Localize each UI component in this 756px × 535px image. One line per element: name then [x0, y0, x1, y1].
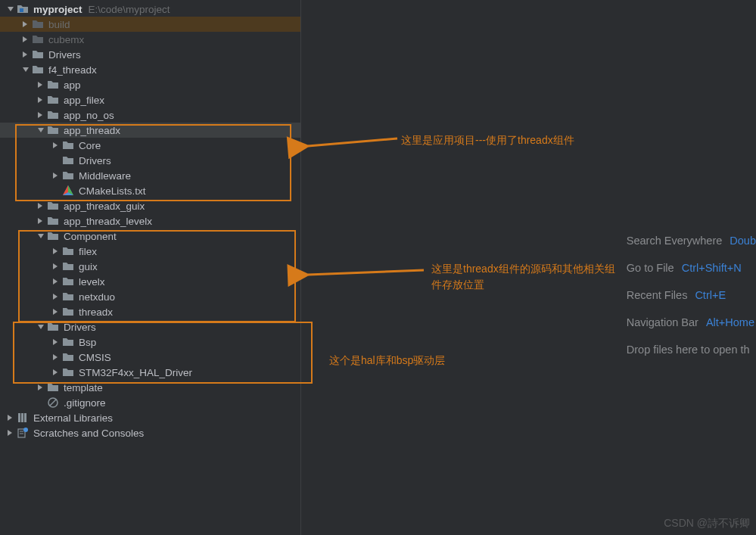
chevron-right-icon[interactable] — [5, 412, 17, 424]
tree-item-drivers[interactable]: Drivers — [0, 47, 300, 62]
item-label: CMSIS — [79, 352, 111, 363]
item-label: app_threadx — [64, 125, 120, 136]
chevron-right-icon[interactable] — [35, 79, 47, 91]
chevron-down-icon[interactable] — [5, 3, 17, 15]
chevron-down-icon[interactable] — [35, 230, 47, 242]
folder-icon — [47, 124, 59, 136]
folder-icon — [62, 291, 74, 303]
tree-item-filex[interactable]: filex — [0, 244, 300, 259]
chevron-right-icon[interactable] — [5, 427, 17, 439]
folder-icon — [62, 139, 74, 151]
tree-item-drivers2[interactable]: Drivers — [0, 153, 300, 168]
tree-item-bsp[interactable]: Bsp — [0, 334, 300, 350]
tree-item-app-threadx-levelx[interactable]: app_threadx_levelx — [0, 213, 300, 229]
chevron-right-icon[interactable] — [35, 200, 47, 212]
tree-item-external-libraries[interactable]: External Libraries — [0, 410, 300, 425]
item-label: Middleware — [79, 170, 131, 182]
chevron-right-icon[interactable] — [50, 260, 62, 272]
chevron-right-icon[interactable] — [35, 215, 47, 227]
help-shortcuts: Search EverywhereDoub Go to FileCtrl+Shi… — [627, 227, 756, 363]
chevron-down-icon[interactable] — [35, 124, 47, 136]
chevron-right-icon[interactable] — [20, 18, 32, 30]
chevron-right-icon[interactable] — [20, 33, 32, 45]
tree-root[interactable]: myproject E:\code\myproject — [0, 2, 300, 17]
chevron-right-icon[interactable] — [50, 351, 62, 363]
item-label: STM32F4xx_HAL_Driver — [79, 367, 192, 378]
item-label: Component — [64, 231, 117, 242]
chevron-right-icon[interactable] — [20, 48, 32, 61]
tree-item-core[interactable]: Core — [0, 138, 300, 153]
tree-item-cmsis[interactable]: CMSIS — [0, 350, 300, 365]
chevron-right-icon[interactable] — [35, 94, 47, 106]
chevron-down-icon[interactable] — [35, 321, 47, 333]
tree-item-app-threadx-guix[interactable]: app_threadx_guix — [0, 198, 300, 213]
folder-icon — [62, 306, 74, 318]
tree-item-build[interactable]: build — [0, 17, 300, 32]
item-label: CMakeLists.txt — [79, 185, 146, 197]
tree-item-gitignore[interactable]: .gitignore — [0, 395, 300, 410]
libraries-icon — [17, 412, 29, 424]
item-label: guix — [79, 261, 98, 272]
tree-item-cubemx[interactable]: cubemx — [0, 32, 300, 47]
item-label: app_threadx_levelx — [64, 216, 152, 227]
cmake-icon — [62, 185, 74, 197]
folder-icon — [62, 366, 74, 378]
tree-item-f4-threadx[interactable]: f4_threadx — [0, 62, 300, 77]
project-tree-sidebar: myproject E:\code\myproject build cubemx… — [0, 0, 301, 535]
tree-item-template[interactable]: template — [0, 380, 300, 395]
folder-icon — [47, 230, 59, 242]
chevron-right-icon[interactable] — [35, 109, 47, 121]
chevron-right-icon[interactable] — [50, 306, 62, 318]
chevron-right-icon[interactable] — [35, 381, 47, 393]
item-label: app_threadx_guix — [64, 201, 145, 212]
folder-icon — [47, 94, 59, 106]
tree-item-cmakelists[interactable]: CMakeLists.txt — [0, 183, 300, 198]
scratches-icon — [17, 427, 29, 439]
chevron-right-icon[interactable] — [50, 139, 62, 151]
project-tree[interactable]: myproject E:\code\myproject build cubemx… — [0, 0, 300, 440]
tree-item-levelx[interactable]: levelx — [0, 274, 300, 289]
folder-icon — [62, 170, 74, 182]
tree-item-app-no-os[interactable]: app_no_os — [0, 107, 300, 123]
item-label: Scratches and Consoles — [33, 428, 144, 439]
tree-item-drivers3[interactable]: Drivers — [0, 319, 300, 334]
tree-item-app-threadx[interactable]: app_threadx — [0, 123, 300, 138]
tree-item-app[interactable]: app — [0, 77, 300, 92]
chevron-right-icon[interactable] — [50, 336, 62, 348]
chevron-right-icon[interactable] — [50, 291, 62, 303]
folder-icon — [62, 351, 74, 363]
chevron-right-icon[interactable] — [50, 170, 62, 182]
gitignore-icon — [47, 397, 59, 409]
tree-item-guix[interactable]: guix — [0, 259, 300, 274]
tree-item-scratches[interactable]: Scratches and Consoles — [0, 425, 300, 440]
item-label: Drivers — [64, 322, 96, 333]
item-label: app_no_os — [64, 110, 114, 121]
annotation-text-1: 这里是应用项目---使用了threadx组件 — [401, 132, 574, 148]
root-name: myproject — [33, 4, 82, 15]
item-label: Core — [79, 140, 101, 151]
tree-item-app-filex[interactable]: app_filex — [0, 92, 300, 107]
tree-item-component[interactable]: Component — [0, 229, 300, 244]
chevron-right-icon[interactable] — [50, 245, 62, 257]
tree-item-middleware[interactable]: Middleware — [0, 168, 300, 183]
project-folder-icon — [17, 3, 29, 15]
tree-item-hal-driver[interactable]: STM32F4xx_HAL_Driver — [0, 365, 300, 380]
item-label: netxduo — [79, 291, 115, 303]
folder-icon — [32, 48, 44, 61]
item-label: app_filex — [64, 95, 104, 106]
chevron-down-icon[interactable] — [20, 64, 32, 76]
item-label: cubemx — [48, 34, 84, 45]
item-label: template — [64, 382, 103, 393]
folder-icon — [47, 215, 59, 227]
chevron-right-icon[interactable] — [50, 275, 62, 288]
tree-item-netxduo[interactable]: netxduo — [0, 289, 300, 304]
annotation-text-2: 这里是threadx组件的源码和其他相关组件存放位置 — [431, 261, 621, 293]
item-label: app — [64, 79, 81, 91]
chevron-right-icon[interactable] — [50, 366, 62, 378]
folder-icon — [62, 336, 74, 348]
folder-icon — [32, 18, 44, 30]
tree-item-threadx[interactable]: threadx — [0, 304, 300, 319]
item-label: Drivers — [48, 49, 81, 61]
folder-icon — [62, 260, 74, 272]
item-label: build — [48, 19, 70, 30]
